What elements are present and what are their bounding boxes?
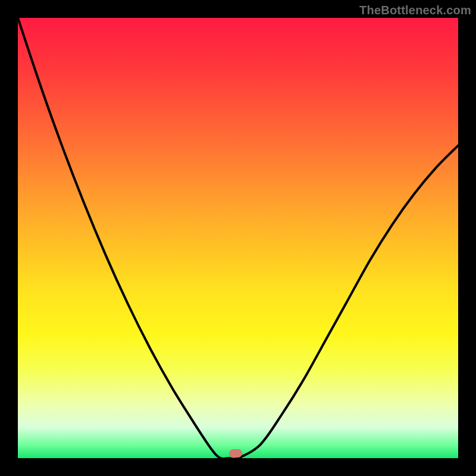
optimum-marker bbox=[229, 449, 242, 458]
bottleneck-curve bbox=[18, 18, 458, 458]
chart-frame: TheBottleneck.com bbox=[0, 0, 476, 476]
plot-area bbox=[18, 18, 458, 458]
curve-path bbox=[18, 18, 458, 459]
watermark-text: TheBottleneck.com bbox=[359, 4, 471, 17]
